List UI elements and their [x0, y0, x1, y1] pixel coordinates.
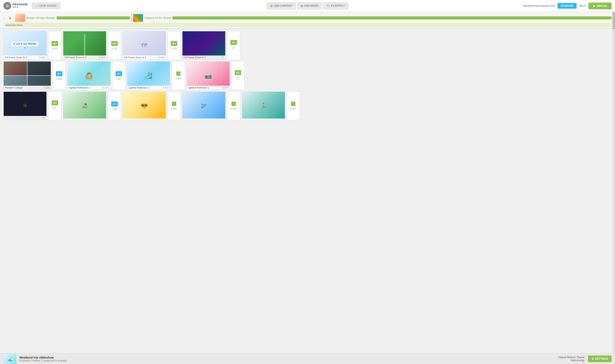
slide-cell-3-2[interactable]: 🏖 [63, 91, 106, 120]
caption-upload-icon-2-3: ↑ [176, 71, 181, 76]
lock-icon: 🔒 [8, 16, 12, 19]
music-icon: ♪ [3, 16, 5, 20]
slide-thumbnail-3-5: 🏃 [242, 92, 285, 120]
slide-cell-1-3[interactable]: 🗺 Fill Frame Zoom In 2 5.019 [123, 31, 166, 60]
slide-row-1: ✈ LET'S GO TRAVEL 📍 Fill Frame Zoom In 2… [3, 31, 612, 60]
header: ⚙ PROSHOW WEB ⌂ YOUR SHOWS ⊕ ADD CONTENT… [0, 0, 615, 12]
slide-cell-2-cap1[interactable]: A≡ 2.465 [53, 61, 66, 90]
track1-thumbnail [15, 14, 25, 22]
slide-cell-2-cap3[interactable]: ↑ 3.361 [172, 61, 185, 90]
slide-label-1-4: Fill Frame Zoom In 2 ⏱ [183, 55, 225, 59]
slide-label-2-4: Lighted Reflection 1 5.377 [187, 86, 230, 90]
slide-cell-1-1[interactable]: ✈ LET'S GO TRAVEL 📍 Fill Frame Zoom In 2… [3, 31, 47, 60]
proshow-logo-icon: ⚙ [3, 2, 11, 10]
slide-duration-1-1: 5.019 [39, 56, 45, 59]
caption-value-1-2: 3.137 [111, 47, 118, 50]
caption-upload-icon-3-3: ↑ [172, 102, 176, 106]
your-shows-button[interactable]: ⌂ YOUR SHOWS [32, 3, 60, 9]
slide-cell-3-cap5[interactable]: ↑ 3.361 [287, 91, 300, 120]
slide-duration-1-2: 5.019 [99, 56, 105, 59]
main-content[interactable]: ✈ LET'S GO TRAVEL 📍 Fill Frame Zoom In 2… [0, 29, 615, 351]
timeline: ♪ 🔒 Boogie Woogie Woogie Calypso on the … [0, 12, 615, 29]
slide-cell-3-5[interactable]: 🏃 [242, 91, 285, 120]
your-shows-label: YOUR SHOWS [39, 4, 57, 7]
caption-icon-3-2: A≡ [111, 102, 118, 106]
slide-cell-2-3[interactable]: 🏄 Lighted Reflection 1 5.377 [127, 61, 170, 90]
slide-effect-1-2: Fill Frame Zoom In 2 [65, 56, 86, 59]
slide-cell-1-cap2[interactable]: A≡ 3.137 [108, 31, 121, 60]
slide-label-3-5 [242, 118, 285, 120]
slide-cell-1-cap1[interactable]: A≡ 3.137 [48, 31, 61, 60]
collage-grid [4, 62, 51, 90]
track1-name: Boogie Woogie Woogie [26, 16, 55, 19]
slide-label-1-1: Fill Frame Zoom In 2 5.019 [4, 55, 46, 59]
help-link[interactable]: HELP [579, 4, 586, 7]
caption-icon-1-3: A≡ [171, 41, 178, 46]
slide-thumbnail-1-3: 🗺 [123, 31, 166, 59]
add-content-label: ADD CONTENT [274, 4, 293, 7]
caption-value-3-4: 3.361 [231, 107, 237, 110]
slide-cell-3-cap1[interactable]: A≡ ⏱ [48, 91, 61, 120]
slide-cell-3-cap3[interactable]: ↑ 3.361 [168, 91, 181, 120]
fx-effect-button[interactable]: FX FX EFFECT [323, 2, 348, 10]
slide-cell-2-1[interactable]: Random Collage 7.229 [3, 61, 51, 90]
time-icon-3-1: ⏱ [53, 107, 57, 111]
caption-icon-1-2: A≡ [111, 41, 118, 46]
fx-effect-label: FX EFFECT [331, 4, 345, 7]
logo-text: PROSHOW WEB [13, 3, 28, 8]
slide-effect-1-4: Fill Frame Zoom In 2 [184, 56, 206, 59]
header-right: selin@mindyourphotos.com UPGRADE HELP ▶ … [523, 3, 612, 9]
slide-cell-2-cap2[interactable]: A≡ 3.361 [112, 61, 125, 90]
header-center-actions: ⊕ ADD CONTENT ⊕ ADD MUSIC FX FX EFFECT [267, 2, 348, 10]
slide-cell-1-2[interactable]: Fill Frame Zoom In 2 5.019 [63, 31, 106, 60]
slide-label-3-4 [183, 118, 225, 120]
slide-cell-2-4[interactable]: 📷 Lighted Reflection 1 5.377 [187, 61, 230, 90]
caption-icon-2-4: A≡ [235, 70, 241, 75]
track1-bar[interactable] [57, 16, 130, 19]
slide-cell-3-cap4[interactable]: ↑ 3.361 [227, 91, 240, 120]
slide-label-3-1: ⏱ [4, 116, 46, 120]
slide-duration-3-1: ⏱ [43, 117, 45, 119]
watch-label: WATCH [597, 4, 607, 8]
slide-effect-2-3: Lighted Reflection 1 [129, 86, 149, 89]
upgrade-button[interactable]: UPGRADE [558, 3, 576, 9]
caption-value-2-3: 3.361 [175, 77, 181, 80]
slide-cell-2-2[interactable]: 🙆 Lighted Reflection 1 5.377 [67, 61, 111, 90]
slide-cell-3-cap2[interactable]: A≡ 3.137 [108, 91, 121, 120]
slide-row-3: 🌴 ▶ 🔊 00:08 ⏱ A≡ ⏱ 🏖 [3, 91, 612, 120]
caption-icon-1-4: A≡ [230, 40, 237, 45]
slide-effect-1-3: Fill Frame Zoom In 2 [124, 56, 146, 59]
slide-cell-1-4[interactable]: ▶ 🔊 00:08 Fill Frame Zoom In 2 ⏱ [182, 31, 225, 60]
collage-cell-2 [27, 62, 51, 75]
caption-value-2-2: 3.361 [116, 78, 122, 80]
caption-value-3-5: 3.361 [290, 107, 296, 110]
slide-thumbnail-1-4: ▶ 🔊 00:08 [183, 31, 225, 59]
time-icon-1-4: ⏱ [232, 46, 236, 51]
caption-value-3-3: 3.361 [171, 107, 177, 110]
slide-thumbnail-collage [4, 62, 51, 90]
slide-thumbnail-3-4: 🕊 [183, 92, 225, 120]
add-music-button[interactable]: ⊕ ADD MUSIC [297, 2, 322, 10]
track2-bar[interactable] [172, 16, 612, 19]
add-content-button[interactable]: ⊕ ADD CONTENT [267, 2, 296, 10]
caption-icon-3-1: A≡ [52, 100, 58, 105]
auto-times-label: Automatic times [6, 24, 23, 26]
caption-value-3-2: 3.137 [111, 108, 118, 110]
fx-text: FX [327, 4, 330, 7]
slide-duration-collage: 7.229 [43, 86, 50, 89]
scrollbar-thumb[interactable] [612, 12, 615, 29]
slide-cell-3-1[interactable]: 🌴 ▶ 🔊 00:08 ⏱ [3, 91, 47, 120]
slide-cell-1-cap3[interactable]: A≡ 3.137 [168, 31, 181, 60]
slide-cell-3-4[interactable]: 🕊 [182, 91, 225, 120]
logo-area: ⚙ PROSHOW WEB [3, 2, 28, 10]
caption-value-1-3: 3.137 [171, 47, 177, 50]
slide-cell-1-cap4[interactable]: A≡ ⏱ [227, 31, 240, 60]
scrollbar[interactable] [612, 12, 615, 351]
slide-thumbnail-1-1: ✈ LET'S GO TRAVEL 📍 [4, 31, 46, 59]
app-subname: WEB [13, 6, 28, 8]
slide-effect-2-2: Lighted Reflection 1 [69, 86, 90, 89]
add-music-label: ADD MUSIC [304, 4, 319, 7]
slide-cell-3-3[interactable]: 😎 [123, 91, 166, 120]
slide-cell-2-cap4[interactable]: A≡ ⏱ [232, 61, 244, 90]
watch-button[interactable]: ▶ WATCH [589, 3, 612, 9]
